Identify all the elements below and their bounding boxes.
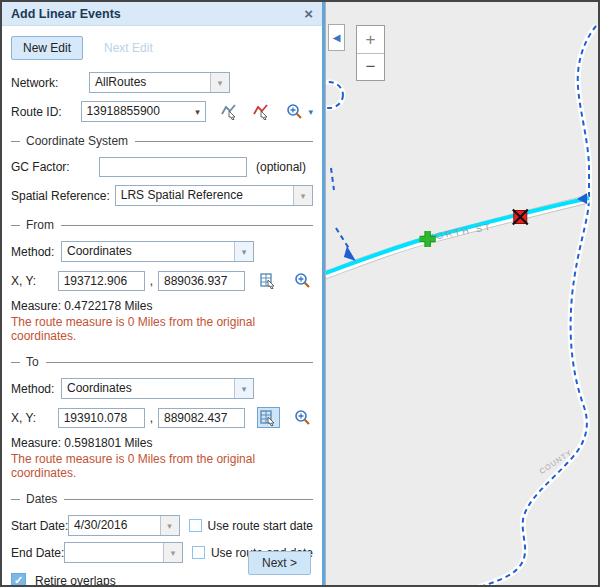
to-warning-text: The route measure is 0 Miles from the or… bbox=[11, 452, 313, 480]
collapse-panel-button[interactable]: ◀ bbox=[328, 24, 345, 51]
spatial-reference-dropdown[interactable]: LRS Spatial Reference ▾ bbox=[115, 185, 313, 206]
to-section-header: To bbox=[11, 355, 313, 369]
xy-separator: , bbox=[150, 274, 153, 288]
next-edit-button[interactable]: Next Edit bbox=[92, 36, 165, 60]
from-legend: From bbox=[26, 218, 54, 232]
to-method-value: Coordinates bbox=[62, 379, 234, 398]
from-method-dropdown[interactable]: Coordinates ▾ bbox=[61, 241, 254, 262]
end-date-label: End Date: bbox=[11, 546, 64, 560]
optional-hint: (optional) bbox=[256, 160, 306, 174]
dates-section-header: Dates bbox=[11, 492, 313, 506]
route-id-label: Route ID: bbox=[11, 105, 81, 119]
spatial-reference-label: Spatial Reference: bbox=[11, 189, 110, 203]
gc-factor-input[interactable] bbox=[99, 157, 247, 177]
chevron-down-icon[interactable]: ▾ bbox=[210, 73, 229, 92]
from-y-input[interactable] bbox=[158, 271, 245, 291]
from-measure-text: Measure: 0.4722178 Miles bbox=[11, 299, 313, 313]
flow-arrow-icon bbox=[344, 246, 356, 261]
use-route-start-date-checkbox[interactable] bbox=[189, 519, 202, 532]
map-view[interactable]: NORTH ST COUNTY ◀ + − bbox=[325, 2, 598, 585]
start-date-value: 4/30/2016 bbox=[69, 516, 160, 535]
chevron-down-icon[interactable]: ▾ bbox=[308, 107, 313, 117]
pick-coordinates-icon-active[interactable] bbox=[257, 407, 280, 428]
zoom-to-point-icon[interactable] bbox=[292, 407, 313, 428]
to-method-dropdown[interactable]: Coordinates ▾ bbox=[61, 378, 254, 399]
route-id-value: 13918855900 bbox=[82, 102, 190, 121]
gc-factor-label: GC Factor: bbox=[11, 160, 99, 174]
from-method-label: Method: bbox=[11, 245, 61, 259]
zoom-to-route-icon[interactable] bbox=[284, 101, 305, 122]
chevron-down-icon[interactable]: ▾ bbox=[234, 379, 253, 398]
tributary-line bbox=[331, 168, 334, 190]
new-edit-button[interactable]: New Edit bbox=[11, 36, 83, 60]
network-dropdown[interactable]: AllRoutes ▾ bbox=[89, 72, 230, 93]
from-warning-text: The route measure is 0 Miles from the or… bbox=[11, 315, 313, 343]
from-xy-label: X, Y: bbox=[11, 274, 58, 288]
to-x-input[interactable] bbox=[58, 408, 145, 428]
coordinate-system-legend: Coordinate System bbox=[26, 134, 128, 148]
from-section-header: From bbox=[11, 218, 313, 232]
tributary-line bbox=[336, 228, 350, 250]
network-label: Network: bbox=[11, 76, 89, 90]
to-y-input[interactable] bbox=[158, 408, 245, 428]
select-route-icon[interactable] bbox=[218, 101, 241, 122]
chevron-down-icon[interactable]: ▾ bbox=[234, 242, 253, 261]
zoom-out-button[interactable]: − bbox=[357, 53, 384, 80]
use-route-end-date-checkbox[interactable] bbox=[192, 546, 205, 559]
application-window: Add Linear Events × New Edit Next Edit N… bbox=[0, 0, 600, 587]
panel-titlebar: Add Linear Events × bbox=[2, 2, 322, 26]
to-measure-text: Measure: 0.5981801 Miles bbox=[11, 436, 313, 450]
next-button[interactable]: Next > bbox=[248, 551, 311, 575]
from-method-value: Coordinates bbox=[62, 242, 234, 261]
check-icon: ✓ bbox=[14, 575, 23, 585]
chevron-down-icon[interactable]: ▾ bbox=[189, 102, 205, 121]
end-date-dropdown[interactable]: ▾ bbox=[64, 542, 183, 563]
to-method-label: Method: bbox=[11, 382, 61, 396]
spatial-reference-value: LRS Spatial Reference bbox=[116, 186, 293, 205]
network-value: AllRoutes bbox=[90, 73, 210, 92]
route-id-combobox[interactable]: 13918855900 ▾ bbox=[81, 101, 207, 122]
pond-casing bbox=[326, 82, 343, 108]
to-xy-label: X, Y: bbox=[11, 411, 58, 425]
xy-separator: , bbox=[150, 411, 153, 425]
chevron-down-icon[interactable]: ▾ bbox=[163, 543, 182, 562]
road-casing bbox=[326, 199, 589, 277]
collapse-arrow-icon: ◀ bbox=[333, 32, 341, 43]
stream-casing bbox=[477, 26, 596, 585]
close-icon[interactable]: × bbox=[304, 6, 313, 21]
use-route-start-date-label: Use route start date bbox=[208, 519, 313, 533]
to-legend: To bbox=[26, 355, 39, 369]
panel-content: New Edit Next Edit Network: AllRoutes ▾ … bbox=[2, 26, 322, 585]
zoom-to-point-icon[interactable] bbox=[292, 270, 313, 291]
start-date-dropdown[interactable]: 4/30/2016 ▾ bbox=[68, 515, 180, 536]
dates-legend: Dates bbox=[26, 492, 57, 506]
zoom-in-button[interactable]: + bbox=[357, 26, 384, 53]
coordinate-system-section-header: Coordinate System bbox=[11, 134, 313, 148]
from-x-input[interactable] bbox=[58, 271, 145, 291]
street-label: NORTH ST bbox=[427, 221, 493, 242]
map-canvas: NORTH ST COUNTY bbox=[326, 2, 598, 585]
chevron-down-icon[interactable]: ▾ bbox=[160, 516, 179, 535]
map-zoom-control: + − bbox=[356, 25, 385, 81]
end-date-value bbox=[65, 543, 163, 562]
add-linear-events-panel: Add Linear Events × New Edit Next Edit N… bbox=[2, 2, 325, 585]
chevron-down-icon[interactable]: ▾ bbox=[293, 186, 312, 205]
pick-coordinates-icon[interactable] bbox=[257, 270, 280, 291]
to-point-marker bbox=[513, 210, 528, 225]
select-route-red-icon[interactable] bbox=[250, 101, 273, 122]
retire-overlaps-label: Retire overlaps bbox=[35, 574, 116, 586]
panel-title: Add Linear Events bbox=[11, 7, 121, 21]
start-date-label: Start Date: bbox=[11, 519, 68, 533]
retire-overlaps-checkbox[interactable]: ✓ bbox=[11, 573, 26, 585]
